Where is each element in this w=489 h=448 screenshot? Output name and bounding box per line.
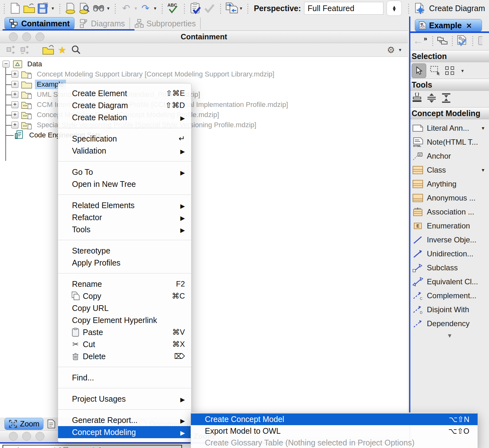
menu-item-create-element[interactable]: Create Element⇧⌘E [58, 87, 191, 99]
collapse-selected-icon[interactable] [18, 43, 32, 57]
menu-item-create-relation[interactable]: Create Relation [58, 111, 191, 123]
palette-dropdown-icon[interactable]: ▼ [481, 126, 485, 131]
tab-containment[interactable]: Containment [4, 17, 75, 30]
compress-vertical-icon[interactable] [441, 93, 452, 103]
save-dropdown-icon[interactable]: ▼ [51, 6, 55, 11]
menu-item-cut[interactable]: ✂Cut⌘X [58, 338, 191, 350]
palette-literal-annotation[interactable]: Literal Ann... ▼ [412, 121, 488, 135]
menu-item-open-in-new-tree[interactable]: Open in New Tree [58, 178, 191, 190]
menu-item-create-diagram[interactable]: Create Diagram⇧⌘D [58, 99, 191, 111]
perspective-stepper[interactable]: ▲▼ [387, 1, 402, 16]
selection-dropdown-icon[interactable]: ▼ [460, 69, 465, 73]
tab-subproperties[interactable]: Subproperties [130, 17, 201, 30]
find-dropdown-icon[interactable]: ▼ [106, 6, 110, 11]
open-in-tree-icon[interactable] [41, 43, 55, 57]
menu-item-tools[interactable]: Tools [58, 223, 191, 235]
expand-expander-icon[interactable] [11, 91, 18, 98]
show-containment-icon[interactable] [437, 35, 448, 46]
palette-disjoint-with[interactable]: D Disjoint With [412, 303, 488, 317]
spellcheck-icon[interactable]: ABC [166, 1, 180, 15]
palette-complement-of[interactable]: C Complement... [412, 289, 488, 303]
tab-diagrams[interactable]: Diagrams [75, 17, 130, 30]
palette-association-class[interactable]: Association ... [412, 205, 488, 219]
palette-anonymous-class[interactable]: Anonymous ... [412, 191, 488, 205]
palette-anything[interactable]: Anything [412, 177, 488, 191]
expand-expander-icon[interactable] [11, 111, 18, 118]
menu-item-stereotype[interactable]: Stereotype [58, 245, 191, 257]
search-icon[interactable] [69, 43, 83, 57]
options-gear-icon[interactable]: ⚙ [387, 45, 395, 55]
submenu-item-export-model-to-owl[interactable]: Export Model to OWL⌥⇧O [191, 425, 478, 437]
print-icon[interactable] [64, 1, 78, 15]
palette-scroll-down-icon[interactable]: ▼ [410, 333, 489, 339]
validate-icon[interactable] [188, 1, 202, 15]
section-header-concept-modeling[interactable]: Concept Modeling [410, 107, 489, 119]
undo-icon[interactable]: ↶ [119, 1, 133, 15]
tab-zoom[interactable]: Zoom [4, 418, 43, 430]
palette-inverse-object-property[interactable]: Inverse Obje... [412, 233, 488, 247]
overflow-chevron-icon[interactable]: » [424, 35, 427, 42]
collapse-expander-icon[interactable] [3, 61, 10, 68]
menu-item-refactor[interactable]: Refactor [58, 211, 191, 223]
tab-example-diagram[interactable]: Example [415, 19, 482, 32]
distribute-vertical-icon[interactable] [426, 93, 437, 103]
select-cursor-button[interactable] [412, 63, 426, 78]
palette-enumeration[interactable]: E Enumeration [412, 219, 488, 233]
new-project-icon[interactable] [8, 1, 22, 15]
menu-item-paste[interactable]: Paste⌘V [58, 326, 191, 338]
undo-dropdown-icon[interactable]: ▼ [134, 6, 138, 11]
print-preview-icon[interactable] [78, 1, 92, 15]
palette-note-html[interactable]: HTML Note(HTML T... [412, 135, 488, 149]
perspective-combobox[interactable]: Full Featured [304, 2, 383, 15]
section-header-selection[interactable]: Selection [410, 50, 489, 62]
collapse-all-icon[interactable] [4, 43, 18, 57]
palette-class[interactable]: Class ▼ [412, 163, 488, 177]
menu-item-find[interactable]: Find... [58, 372, 191, 384]
close-tab-icon[interactable] [464, 21, 472, 30]
redo-icon[interactable]: ↷ [139, 1, 153, 15]
menu-item-go-to[interactable]: Go To [58, 166, 191, 178]
menu-item-copy-url[interactable]: Copy URL [58, 302, 191, 314]
compare-projects-icon[interactable] [225, 1, 238, 15]
palette-equivalent-class[interactable]: Equivalent Cl... [412, 275, 488, 289]
menu-item-specification[interactable]: Specification↵ [58, 133, 191, 145]
tree-row-support-library[interactable]: Concept Modeling Support Library [Concep… [11, 69, 276, 79]
menu-item-concept-modeling[interactable]: Concept Modeling [58, 426, 191, 438]
section-header-tools[interactable]: Tools [410, 79, 489, 91]
create-diagram-button[interactable]: Create Diagram [429, 4, 485, 13]
palette-subclass[interactable]: Subclass [412, 261, 488, 275]
tree-row-data[interactable]: Data [3, 59, 44, 69]
commit-check-icon[interactable] [202, 1, 216, 15]
menu-item-copy-element-hyperlink[interactable]: Copy Element Hyperlink [58, 314, 191, 326]
menu-item-generate-report[interactable]: Generate Report... [58, 414, 191, 426]
menu-item-project-usages[interactable]: Project Usages [58, 393, 191, 405]
options-dropdown-icon[interactable]: ▼ [398, 48, 402, 52]
redo-dropdown-icon[interactable]: ▼ [153, 6, 157, 11]
expand-expander-icon[interactable] [11, 71, 18, 78]
menu-item-related-elements[interactable]: Related Elements [58, 199, 191, 211]
open-project-icon[interactable] [22, 1, 36, 15]
expand-expander-icon[interactable] [11, 101, 18, 108]
validate-diagram-icon[interactable] [456, 35, 468, 46]
multi-select-icon[interactable] [445, 66, 456, 76]
palette-unidirectional-property[interactable]: Unidirection... [412, 247, 488, 261]
compare-dropdown-icon[interactable]: ▼ [239, 6, 243, 11]
save-icon[interactable] [36, 1, 50, 15]
tab-documentation-icon-only[interactable] [43, 418, 59, 430]
palette-anchor[interactable]: Anchor [412, 149, 488, 163]
stamp-tool-icon[interactable] [412, 93, 422, 103]
create-diagram-icon[interactable] [413, 1, 427, 15]
find-icon[interactable] [92, 1, 106, 15]
menu-item-rename[interactable]: RenameF2 [58, 278, 191, 290]
submenu-item-create-concept-model[interactable]: Create Concept Model⌥⇧N [191, 413, 478, 425]
marquee-select-icon[interactable] [430, 66, 441, 76]
favorites-icon[interactable]: ★ [55, 43, 69, 57]
menu-item-validation[interactable]: Validation [58, 145, 191, 157]
menu-item-delete[interactable]: Delete⌦ [58, 350, 191, 362]
palette-dependency[interactable]: Dependency [412, 317, 488, 331]
expand-expander-icon[interactable] [11, 81, 18, 88]
back-arrow-icon[interactable]: ← [413, 35, 423, 47]
menu-item-copy[interactable]: Copy⌘C [58, 290, 191, 302]
menu-item-apply-profiles[interactable]: Apply Profiles [58, 257, 191, 269]
expand-expander-icon[interactable] [11, 122, 18, 128]
